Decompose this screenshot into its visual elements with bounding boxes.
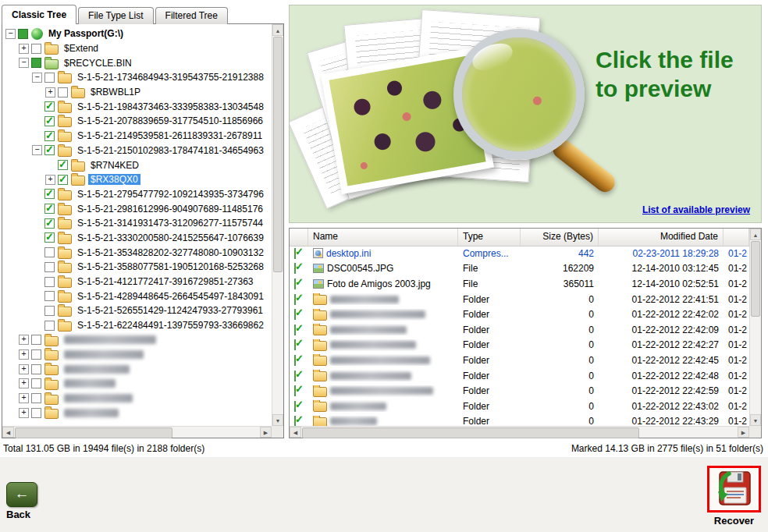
table-row[interactable]: Foto de Amigos 2003.jpgFile36501112-14-2… (290, 276, 749, 292)
checkbox[interactable] (294, 371, 296, 381)
checkbox[interactable] (294, 294, 296, 305)
expand-icon[interactable]: + (19, 364, 29, 374)
checkbox[interactable] (44, 232, 55, 243)
tree-item[interactable]: +$Extend (4, 41, 272, 56)
tree-item[interactable]: +$RX38QX0 (4, 172, 272, 187)
file-name-cell[interactable] (308, 293, 458, 305)
scroll-right-icon[interactable]: ▶ (260, 427, 272, 438)
file-name-cell[interactable] (308, 309, 458, 321)
file-name-cell[interactable]: DSC00545.JPG (308, 263, 458, 274)
column-header-name[interactable]: Name (308, 229, 458, 246)
tree-item[interactable]: S-1-5-21-1984373463-333958383-13034548 (4, 99, 272, 114)
table-row[interactable]: Folder001-22-2012 22:42:5901-2 (290, 383, 749, 399)
table-row[interactable]: Folder001-22-2012 22:42:0201-2 (290, 307, 749, 322)
checkbox[interactable] (294, 385, 296, 396)
table-row[interactable]: Folder001-22-2012 22:42:4801-2 (290, 368, 749, 384)
checkbox[interactable] (58, 87, 68, 98)
checkbox[interactable] (44, 306, 55, 316)
table-row[interactable]: DSC00545.JPGFile16220912-14-2010 03:12:4… (290, 261, 749, 277)
expand-icon[interactable]: + (19, 44, 29, 54)
table-row[interactable]: Folder001-22-2012 22:42:4501-2 (290, 353, 749, 368)
scroll-up-icon[interactable]: ▲ (272, 24, 283, 36)
checkbox[interactable] (294, 401, 296, 412)
tree-item[interactable]: S-1-5-21-2149539581-2611839331-2678911 (4, 129, 272, 144)
table-row[interactable]: Folder001-22-2012 22:43:2901-2 (290, 414, 749, 426)
tree-item[interactable]: S-1-5-21-3141931473-312096277-11575744 (4, 216, 272, 231)
checkbox[interactable] (31, 335, 41, 345)
expand-icon[interactable]: + (45, 87, 55, 98)
checkbox[interactable] (44, 291, 55, 301)
expand-icon[interactable]: + (19, 335, 29, 345)
checkbox[interactable] (58, 175, 68, 185)
expand-icon[interactable]: + (19, 349, 29, 360)
checkbox[interactable] (294, 278, 296, 289)
table-row[interactable]: Folder001-22-2012 22:43:0201-2 (290, 399, 749, 414)
file-name-cell[interactable] (308, 324, 458, 335)
tree-item[interactable]: −My Passport(G:\) (4, 27, 272, 41)
tab-file-type-list[interactable]: File Type List (78, 7, 153, 24)
checkbox[interactable] (44, 247, 55, 257)
tree-item[interactable]: + (4, 362, 272, 377)
checkbox[interactable] (31, 44, 41, 54)
checkbox[interactable] (44, 101, 55, 112)
expand-icon[interactable]: + (45, 175, 55, 185)
tree-item[interactable]: −$RECYCLE.BIN (4, 55, 272, 70)
tab-classic-tree[interactable]: Classic Tree (2, 5, 76, 24)
checkbox[interactable] (44, 204, 55, 214)
available-preview-link[interactable]: List of available preview (642, 204, 750, 215)
checkbox[interactable] (31, 378, 41, 388)
tree-item[interactable]: S-1-5-21-622484491-1397559793-33669862 (4, 318, 272, 333)
tree-item[interactable]: S-1-5-21-4121772417-3916729851-27363 (4, 275, 272, 289)
table-vscroll-thumb[interactable] (751, 241, 760, 317)
checkbox[interactable] (18, 29, 28, 39)
table-row[interactable]: desktop.iniCompres...44202-23-2011 18:29… (290, 246, 749, 261)
checkbox[interactable] (294, 355, 296, 366)
column-header-size-bytes-[interactable]: Size (Bytes) (521, 229, 599, 246)
checkbox[interactable] (44, 262, 55, 272)
tree-item[interactable]: S-1-5-21-3588077581-1905120168-5253268 (4, 260, 272, 275)
collapse-icon[interactable]: − (5, 29, 16, 39)
tree-item[interactable]: S-1-5-21-2981612996-904907689-11485176 (4, 201, 272, 216)
tree-vscroll-thumb[interactable] (273, 37, 283, 272)
tree-hscroll-thumb[interactable] (15, 427, 172, 438)
checkbox[interactable] (44, 131, 55, 141)
recover-button[interactable] (707, 466, 761, 512)
tree-horizontal-scrollbar[interactable]: ◀ ▶ (2, 426, 272, 438)
tree-vertical-scrollbar[interactable]: ▲ ▼ (272, 24, 283, 426)
scroll-down-icon[interactable]: ▼ (272, 414, 283, 426)
scroll-left-icon[interactable]: ◀ (2, 427, 14, 438)
tree-item[interactable]: + (4, 391, 272, 406)
table-row[interactable]: Folder001-22-2012 22:42:2701-2 (290, 338, 749, 353)
table-hscroll-thumb[interactable] (302, 427, 639, 438)
tree-item[interactable]: S-1-5-21-3330200580-2415255647-1076639 (4, 231, 272, 246)
collapse-icon[interactable]: − (32, 73, 42, 83)
checkbox[interactable] (294, 339, 296, 350)
tree-item[interactable]: −S-1-5-21-2150102983-178474181-34654963 (4, 144, 272, 158)
checkbox[interactable] (58, 160, 68, 170)
table-horizontal-scrollbar[interactable]: ◀ ▶ (290, 426, 749, 438)
table-row[interactable]: Folder001-22-2012 22:41:5101-2 (290, 292, 749, 307)
checkbox[interactable] (44, 321, 55, 331)
scroll-left-icon[interactable]: ◀ (290, 427, 301, 438)
tree-item[interactable]: S-1-5-21-526551429-1124247933-27793961 (4, 303, 272, 318)
tree-item[interactable]: + (4, 347, 272, 362)
file-name-cell[interactable] (308, 354, 458, 366)
scroll-right-icon[interactable]: ▶ (738, 427, 749, 438)
file-name-cell[interactable] (308, 416, 458, 426)
file-name-cell[interactable] (308, 385, 458, 397)
tree-item[interactable]: −S-1-5-21-1734684943-319543755-21912388 (4, 70, 272, 85)
checkbox[interactable] (31, 364, 41, 374)
file-name-cell[interactable] (308, 370, 458, 381)
tree-item[interactable]: S-1-5-21-2078839659-317754510-11856966 (4, 114, 272, 129)
checkbox[interactable] (294, 325, 296, 335)
expand-icon[interactable]: + (19, 393, 29, 403)
checkbox[interactable] (31, 408, 41, 418)
tab-filtered-tree[interactable]: Filtered Tree (155, 7, 228, 24)
checkbox[interactable] (294, 309, 296, 320)
checkbox[interactable] (44, 218, 55, 229)
scroll-down-icon[interactable]: ▼ (750, 414, 761, 426)
tree-item[interactable]: + (4, 406, 272, 420)
checkbox[interactable] (31, 58, 41, 68)
checkbox[interactable] (44, 116, 55, 126)
checkbox[interactable] (294, 416, 296, 426)
